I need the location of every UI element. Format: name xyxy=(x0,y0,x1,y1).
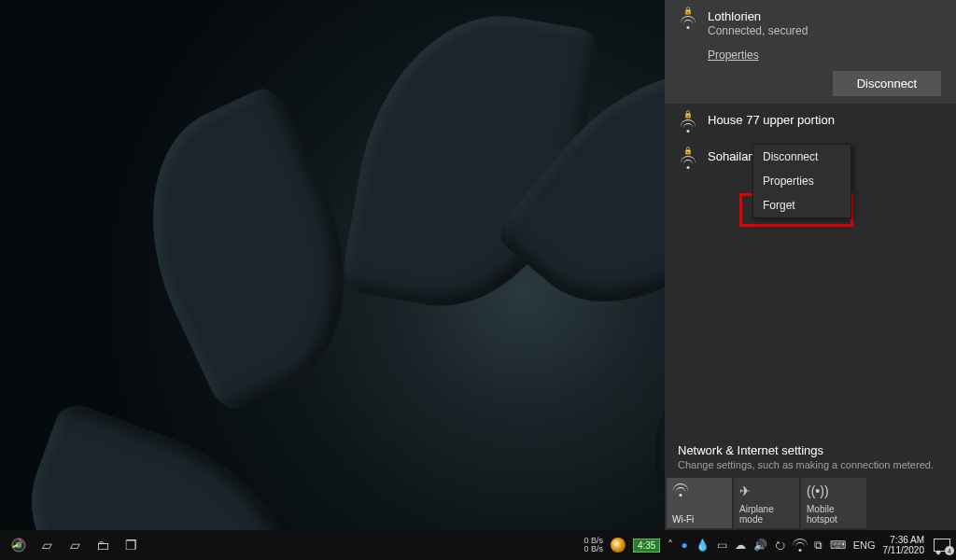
ctx-forget[interactable]: Forget xyxy=(753,193,851,217)
keyboard-icon[interactable]: ⌨ xyxy=(830,539,846,552)
updates-icon[interactable]: ⭮ xyxy=(775,539,786,552)
network-name: House 77 upper portion xyxy=(708,113,943,127)
onedrive-icon[interactable]: ☁ xyxy=(735,539,746,552)
drive-icon[interactable]: ▱ xyxy=(65,536,84,554)
wifi-secured-icon: 🔒 xyxy=(678,113,698,133)
network-name: Lothlorien xyxy=(708,9,943,23)
hotspot-icon: ((•)) xyxy=(807,483,861,500)
network-flyout: 🔒 Lothlorien Connected, secured Properti… xyxy=(665,0,956,530)
network-item[interactable]: 🔒 House 77 upper portion xyxy=(665,104,956,140)
network-status: Connected, secured xyxy=(708,24,943,37)
tile-hotspot[interactable]: ((•)) Mobile hotspot xyxy=(801,478,866,528)
airplane-icon: ✈ xyxy=(739,483,794,500)
terminal-icon[interactable]: ❐ xyxy=(121,536,140,554)
droplet-icon[interactable]: 💧 xyxy=(696,539,710,552)
pie-usage-icon[interactable] xyxy=(611,538,626,553)
skype-icon[interactable]: ● xyxy=(681,539,687,552)
net-speed-indicator: 0 B/s 0 B/s xyxy=(583,537,603,553)
ctx-properties[interactable]: Properties xyxy=(753,169,851,193)
taskbar: ▱ ▱ 🗀 ❐ 0 B/s 0 B/s 4:35 ˄ ● 💧 ▭ ☁ 🔊 ⭮ ⧉… xyxy=(0,530,956,560)
drive-icon[interactable]: ▱ xyxy=(37,536,56,554)
settings-link[interactable]: Network & Internet settings xyxy=(665,436,956,459)
tile-airplane[interactable]: ✈ Airplane mode xyxy=(734,478,799,528)
file-explorer-icon[interactable]: 🗀 xyxy=(93,536,112,554)
dropbox-icon[interactable]: ⧉ xyxy=(814,539,822,552)
timer-badge[interactable]: 4:35 xyxy=(633,539,660,553)
properties-link[interactable]: Properties xyxy=(708,49,759,62)
language-indicator[interactable]: ENG xyxy=(853,539,876,551)
volume-icon[interactable]: 🔊 xyxy=(753,539,767,552)
wifi-icon xyxy=(672,483,726,500)
wifi-tray-icon[interactable] xyxy=(794,539,807,552)
network-context-menu: Disconnect Properties Forget xyxy=(752,144,851,218)
flyout-footer: Network & Internet settings Change setti… xyxy=(665,436,956,530)
chrome-icon[interactable] xyxy=(9,536,28,554)
tile-label: Airplane mode xyxy=(739,504,794,525)
taskbar-clock[interactable]: 7:36 AM 7/11/2020 xyxy=(883,535,927,555)
ctx-disconnect[interactable]: Disconnect xyxy=(753,145,851,169)
wifi-secured-icon: 🔒 xyxy=(678,9,698,29)
wifi-secured-icon: 🔒 xyxy=(678,149,698,169)
network-item-connected[interactable]: 🔒 Lothlorien Connected, secured Properti… xyxy=(665,0,956,104)
tray-chevron-icon[interactable]: ˄ xyxy=(668,539,673,552)
disconnect-button[interactable]: Disconnect xyxy=(833,71,941,96)
battery-icon[interactable]: ▭ xyxy=(717,539,727,552)
settings-subtext: Change settings, such as making a connec… xyxy=(665,459,956,478)
tile-label: Mobile hotspot xyxy=(807,504,861,525)
action-center-icon[interactable]: 4 xyxy=(934,539,950,552)
tile-wifi[interactable]: Wi-Fi xyxy=(667,478,732,528)
tile-label: Wi-Fi xyxy=(672,514,726,525)
quick-action-tiles: Wi-Fi ✈ Airplane mode ((•)) Mobile hotsp… xyxy=(665,478,956,530)
